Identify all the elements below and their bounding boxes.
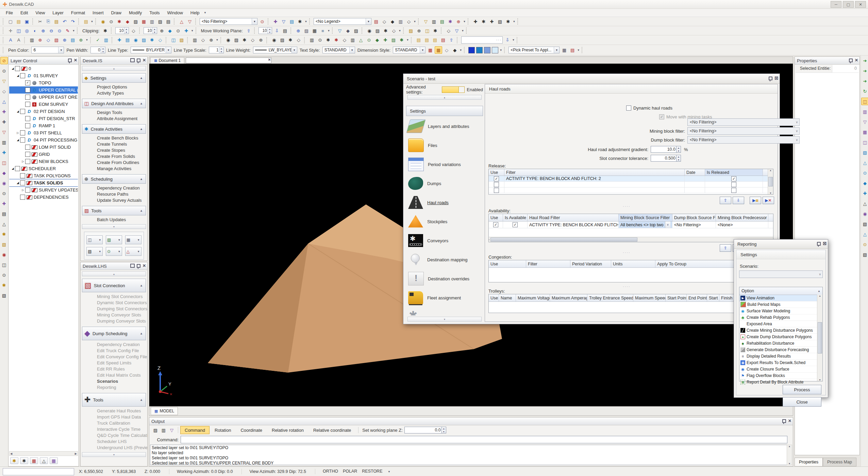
option-view-animation[interactable]: ▶View Animation: [739, 295, 822, 301]
chevron-up-icon[interactable]: ▲: [140, 398, 143, 401]
dropdown-caret-icon[interactable]: ▼: [577, 47, 580, 53]
dropdown-caret-icon[interactable]: ▼: [190, 28, 194, 34]
dropdown-caret-icon[interactable]: ▼: [90, 18, 94, 24]
congestion-table[interactable]: UseFilterPeriod VariationUnitsApply To G…: [488, 260, 742, 282]
item-attribute-assignment[interactable]: Attribute Assignment: [81, 116, 147, 122]
chevron-up-icon[interactable]: ▲: [140, 76, 143, 80]
conv-target-icon[interactable]: ✱: [333, 36, 340, 44]
dim-circ2-icon[interactable]: ⊕: [77, 36, 85, 44]
checked-checkbox[interactable]: ✓: [513, 222, 518, 227]
floating-search-box[interactable]: ✕: [186, 58, 271, 63]
tree-checkbox[interactable]: [25, 152, 30, 157]
pick-x-icon[interactable]: ▧: [496, 18, 504, 25]
section-slot-connection[interactable]: ▧Slot Connection▲: [82, 279, 146, 292]
cell[interactable]: ACTIVITY TYPE: BENCH BLOCK AND FLITCH: 2: [528, 221, 619, 228]
splitter[interactable]: ····: [623, 284, 631, 289]
chevron-up-icon[interactable]: ▲: [140, 177, 143, 181]
nav-destover[interactable]: Destination overrides: [406, 269, 483, 288]
box-bot-icon[interactable]: ▧: [178, 36, 185, 44]
table-hscrollbar[interactable]: ‹›: [489, 237, 773, 242]
toolbar-grip[interactable]: [457, 37, 459, 43]
down-blue-icon[interactable]: ⇩: [504, 36, 511, 44]
isolate-icon[interactable]: ✱: [0, 230, 8, 238]
tree-item[interactable]: ◢D02 PIT DESIGN: [9, 108, 78, 115]
option-exposed-area[interactable]: Exposed Area: [739, 321, 822, 327]
swatch-gray-icon[interactable]: ■: [319, 27, 327, 34]
nav-period[interactable]: Period variations: [406, 155, 483, 174]
gantt-button[interactable]: ◫▼: [86, 235, 103, 244]
conv-pen-icon[interactable]: ▥: [349, 36, 356, 44]
dropdown-caret-icon[interactable]: ▼: [215, 37, 219, 43]
spinner-arrows-icon[interactable]: ▲▼: [152, 28, 157, 34]
tolerance-spinner[interactable]: ▲▼: [677, 155, 681, 162]
draw-point-icon[interactable]: ▨: [352, 27, 360, 34]
column-dump-block-source-filter[interactable]: Dump Block Source Filter: [672, 214, 716, 221]
table-vscrollbar[interactable]: ▲▼: [768, 169, 773, 194]
item-resource-paths[interactable]: Resource Paths: [81, 191, 147, 197]
cell[interactable]: ✓: [705, 176, 763, 181]
scroll-left-icon[interactable]: ◀: [10, 452, 12, 455]
conv-t-icon[interactable]: ▥: [308, 36, 316, 44]
dropdown-caret-icon[interactable]: ▼: [499, 47, 503, 53]
toolbar-grip[interactable]: [32, 18, 35, 24]
column-maximum-voltage[interactable]: Maximum Voltage: [516, 294, 550, 301]
item-mining-slot-connectors[interactable]: Mining Slot Connectors: [81, 294, 147, 300]
tree-expander-icon[interactable]: ◢: [11, 167, 15, 170]
wp-a-icon[interactable]: ⊕: [295, 27, 302, 34]
option-export-results-to-deswik-sched[interactable]: ▦Export Results To Deswik.Sched: [739, 360, 822, 366]
move-up-button[interactable]: ⇧: [720, 244, 731, 252]
maximize-button[interactable]: ▢: [843, 1, 854, 8]
toolbar-spinner[interactable]: 10▲▼: [115, 27, 129, 34]
toolbar-dropdown[interactable]: STANDARD▼: [393, 47, 425, 53]
toolbar-grip[interactable]: [112, 37, 114, 43]
tree-checkbox[interactable]: [15, 66, 20, 71]
toolbar-grip[interactable]: [3, 37, 5, 43]
reporting-scenario-dropdown[interactable]: ∨: [739, 270, 823, 278]
close-icon[interactable]: ✕: [855, 58, 858, 63]
tree-checkbox[interactable]: [20, 109, 25, 114]
column-mining-block-predecessor-filter[interactable]: Mining Block Predecessor Filter: [716, 214, 768, 221]
color-swatch[interactable]: [468, 47, 475, 53]
zoom-win-icon[interactable]: ◫: [15, 27, 22, 34]
close-icon[interactable]: ☒: [774, 76, 778, 81]
search-q-icon[interactable]: ▽: [453, 27, 461, 34]
poly-b-icon[interactable]: ▨: [374, 27, 381, 34]
menu-edit[interactable]: Edit: [17, 9, 32, 16]
link-out-icon[interactable]: ▽: [168, 426, 176, 434]
toolbar-grip[interactable]: [418, 18, 420, 24]
unchecked-checkbox[interactable]: [731, 188, 736, 193]
filter-save2-icon[interactable]: ▽: [186, 18, 194, 25]
close-icon[interactable]: ✕: [74, 58, 77, 63]
chevron-down-icon[interactable]: ▼: [420, 47, 425, 53]
toolbar-grip[interactable]: [441, 28, 443, 34]
conv-tri-icon[interactable]: ✱: [324, 36, 332, 44]
section-tools[interactable]: ✚Tools▲: [82, 393, 146, 407]
table-row[interactable]: ✓ACTIVITY TYPE: BENCH BLOCK AND FLITCH: …: [489, 176, 773, 182]
tree-checkbox[interactable]: [20, 173, 25, 178]
new-layer-icon[interactable]: ▦: [30, 457, 38, 464]
red-d-icon[interactable]: ▨: [140, 36, 148, 44]
folder-b-icon[interactable]: ▤: [423, 36, 431, 44]
filter-clear-icon[interactable]: ▤: [288, 18, 296, 25]
table-row[interactable]: [489, 187, 773, 193]
item-project-options[interactable]: Project Options: [81, 84, 147, 90]
text-ab-icon[interactable]: A: [15, 36, 22, 44]
pin-icon[interactable]: [782, 419, 786, 423]
toolbar-grip[interactable]: [174, 18, 176, 24]
toolbar-input[interactable]: ···: [461, 36, 503, 44]
toolbar-grip[interactable]: [468, 18, 470, 24]
filter-a-icon[interactable]: ▤: [165, 18, 172, 25]
close-button[interactable]: Close: [783, 397, 821, 407]
menu-file[interactable]: File: [2, 9, 17, 16]
cell[interactable]: ✓: [489, 221, 503, 228]
layer-settings-icon[interactable]: ▦: [50, 457, 58, 464]
tripod-icon[interactable]: ⊕: [415, 27, 423, 34]
pick-add-icon[interactable]: ✱: [480, 18, 487, 25]
net-d-icon[interactable]: ✚: [382, 36, 389, 44]
item-create-stopes[interactable]: Create Stopes: [81, 147, 147, 153]
tree-item[interactable]: DUPPER CENTRAL (: [9, 86, 78, 94]
anchor-icon[interactable]: ⊙: [0, 271, 8, 279]
move-down-button[interactable]: ⇩: [733, 197, 744, 204]
tree-item[interactable]: ◢TASK SOLIDS: [9, 179, 78, 186]
legend-icon[interactable]: ▤: [372, 18, 380, 25]
